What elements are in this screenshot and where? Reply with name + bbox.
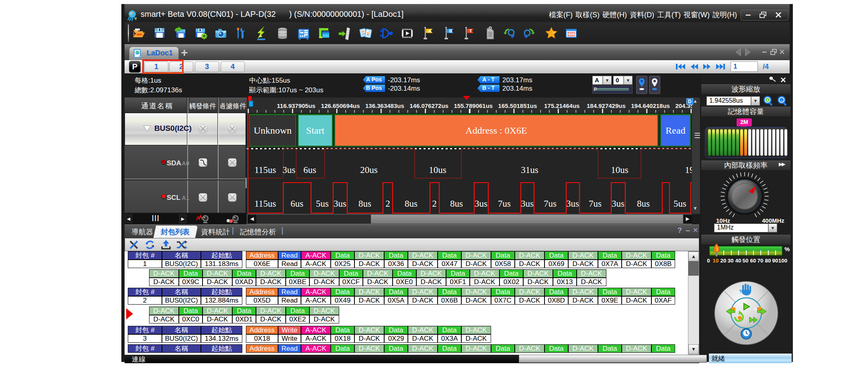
svg-text:8us: 8us xyxy=(450,199,463,209)
svg-text:6us: 6us xyxy=(303,165,316,175)
svg-text:7us: 7us xyxy=(589,199,602,209)
svg-text:3us: 3us xyxy=(566,199,579,209)
svg-text:3us: 3us xyxy=(334,199,346,209)
svg-text:3us: 3us xyxy=(521,199,534,209)
svg-text:20us: 20us xyxy=(360,165,378,175)
svg-text:8us: 8us xyxy=(405,199,418,209)
svg-text:3us: 3us xyxy=(475,199,487,209)
svg-text:7us: 7us xyxy=(498,199,511,209)
svg-text:115us: 115us xyxy=(254,165,276,175)
svg-text:2: 2 xyxy=(385,199,390,209)
svg-text:T: T xyxy=(469,29,472,33)
svg-text:0101: 0101 xyxy=(567,34,575,37)
svg-text:+: + xyxy=(766,98,769,102)
svg-text:10us: 10us xyxy=(429,165,446,175)
svg-text:115us: 115us xyxy=(254,199,276,209)
svg-text:5us: 5us xyxy=(674,199,686,209)
svg-text:19: 19 xyxy=(685,165,692,175)
svg-text:10us: 10us xyxy=(611,165,628,175)
svg-text:B: B xyxy=(449,29,452,33)
svg-text:31us: 31us xyxy=(521,165,538,175)
svg-text:-: - xyxy=(781,98,782,102)
svg-text:3us: 3us xyxy=(283,165,295,175)
svg-text:3us: 3us xyxy=(612,199,624,209)
svg-text:A: A xyxy=(428,29,431,33)
svg-text:5us: 5us xyxy=(316,199,329,209)
svg-text:8us: 8us xyxy=(358,199,371,209)
svg-text:7us: 7us xyxy=(544,199,557,209)
svg-text:2: 2 xyxy=(432,199,437,209)
svg-text:8us: 8us xyxy=(637,199,650,209)
svg-text:6us: 6us xyxy=(291,199,303,209)
